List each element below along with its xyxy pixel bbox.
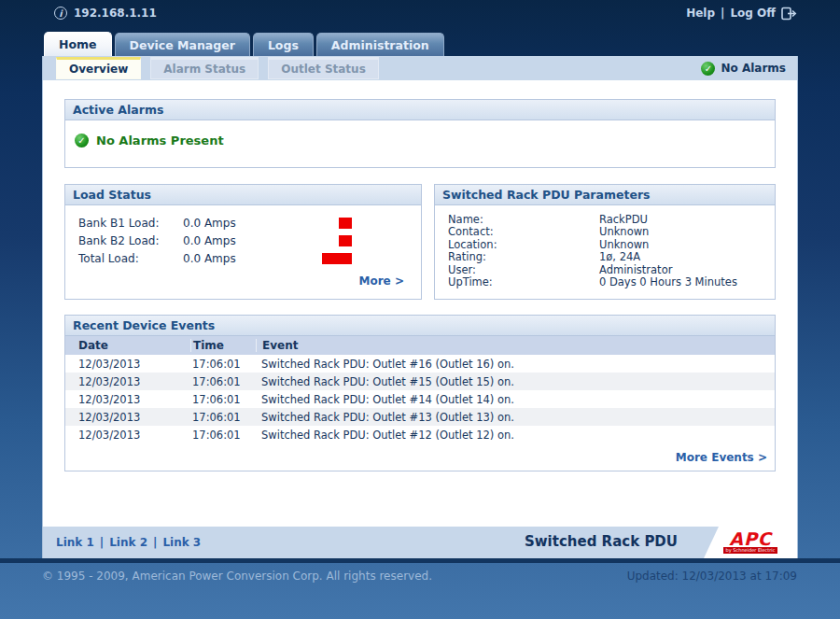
column-header-date: Date	[65, 339, 190, 352]
param-row-uptime: UpTime: 0 Days 0 Hours 3 Minutes	[448, 276, 767, 289]
table-row: 12/03/2013 17:06:01 Switched Rack PDU: O…	[65, 355, 775, 373]
section-title: Recent Device Events	[65, 316, 775, 336]
table-row: 12/03/2013 17:06:01 Switched Rack PDU: O…	[65, 408, 775, 426]
column-header-event: Event	[256, 339, 775, 352]
load-body: Bank B1 Load: 0.0 Amps Bank B2 Load: 0.0…	[65, 205, 421, 288]
event-time: 17:06:01	[190, 411, 256, 424]
tab-logs[interactable]: Logs	[253, 33, 314, 56]
copyright-text: © 1995 - 2009, American Power Conversion…	[42, 570, 432, 583]
event-text: Switched Rack PDU: Outlet #14 (Outlet 14…	[256, 393, 775, 406]
alarm-indicator: ✓ No Alarms	[701, 56, 797, 80]
subtab-overview[interactable]: Overview	[56, 57, 141, 79]
load-more-row: More >	[78, 271, 413, 288]
param-row-rating: Rating: 1ø, 24A	[448, 251, 767, 264]
events-more-row: More Events >	[65, 443, 775, 471]
panel-footer: Link 1 | Link 2 | Link 3 Switched Rack P…	[43, 527, 797, 558]
ip-address: 192.168.1.11	[74, 7, 157, 20]
load-status-section: Load Status Bank B1 Load: 0.0 Amps Bank …	[64, 184, 422, 300]
apc-logo-text: APC	[729, 532, 772, 546]
params-body: Name: RackPDU Contact: Unknown Location:…	[435, 205, 775, 288]
footer-link-2[interactable]: Link 2	[109, 536, 147, 549]
help-link[interactable]: Help	[686, 7, 715, 20]
event-text: Switched Rack PDU: Outlet #12 (Outlet 12…	[256, 429, 775, 442]
check-icon: ✓	[701, 62, 715, 76]
param-value: 0 Days 0 Hours 3 Minutes	[599, 275, 737, 288]
event-text: Switched Rack PDU: Outlet #16 (Outlet 16…	[256, 358, 775, 371]
section-title: Switched Rack PDU Parameters	[435, 185, 775, 205]
footer-links: Link 1 | Link 2 | Link 3	[43, 536, 201, 549]
load-bar-bank-b1	[339, 218, 352, 229]
page: i 192.168.1.11 Help | Log Off Home Devic…	[0, 0, 840, 619]
tab-home[interactable]: Home	[44, 32, 112, 56]
top-bar: i 192.168.1.11 Help | Log Off	[0, 0, 840, 26]
param-label: Name:	[448, 213, 599, 226]
event-date: 12/03/2013	[65, 411, 190, 424]
event-date: 12/03/2013	[65, 358, 190, 371]
param-row-user: User: Administrator	[448, 263, 767, 276]
info-icon: i	[54, 7, 67, 20]
events-column-header: Date Time Event	[65, 336, 775, 355]
alarm-indicator-label: No Alarms	[721, 62, 786, 75]
load-row-bank-b1: Bank B1 Load: 0.0 Amps	[78, 214, 413, 232]
session-controls: Help | Log Off	[686, 7, 797, 21]
more-events-link[interactable]: More Events >	[676, 451, 767, 464]
check-icon: ✓	[75, 134, 89, 148]
updated-timestamp: Updated: 12/03/2013 at 17:09	[627, 570, 797, 583]
tab-device-manager[interactable]: Device Manager	[115, 33, 250, 56]
no-alarms-message: No Alarms Present	[96, 134, 224, 148]
divider: |	[721, 7, 724, 20]
param-label: UpTime:	[448, 275, 599, 288]
alarms-body: ✓ No Alarms Present	[65, 120, 775, 161]
pdu-parameters-section: Switched Rack PDU Parameters Name: RackP…	[434, 184, 776, 300]
param-label: Location:	[448, 238, 599, 251]
event-time: 17:06:01	[190, 429, 256, 442]
load-value: 0.0 Amps	[183, 252, 236, 265]
param-value: Administrator	[599, 263, 672, 276]
event-text: Switched Rack PDU: Outlet #15 (Outlet 15…	[256, 375, 775, 388]
product-name: Switched Rack PDU	[525, 533, 678, 550]
recent-events-section: Recent Device Events Date Time Event 12/…	[64, 315, 776, 471]
logoff-icon[interactable]	[781, 7, 797, 21]
event-time: 17:06:01	[190, 393, 256, 406]
event-date: 12/03/2013	[65, 429, 190, 442]
apc-logo-tagline: by Schneider Electric	[723, 547, 778, 554]
main-tabs: Home Device Manager Logs Administration	[44, 32, 840, 56]
param-value: Unknown	[599, 225, 649, 238]
bottom-row: © 1995 - 2009, American Power Conversion…	[0, 563, 840, 583]
param-value: 1ø, 24A	[599, 250, 640, 263]
divider: |	[100, 536, 104, 549]
load-value: 0.0 Amps	[183, 234, 236, 247]
param-row-location: Location: Unknown	[448, 238, 767, 251]
load-label: Bank B1 Load:	[78, 217, 183, 230]
logoff-link[interactable]: Log Off	[730, 7, 776, 20]
subtab-strip: Overview Alarm Status Outlet Status ✓ No…	[43, 56, 797, 80]
event-time: 17:06:01	[190, 375, 256, 388]
apc-logo: APC by Schneider Electric	[704, 527, 797, 558]
param-label: Rating:	[448, 250, 599, 263]
load-row-total: Total Load: 0.0 Amps	[78, 249, 413, 267]
param-label: User:	[448, 263, 599, 276]
event-text: Switched Rack PDU: Outlet #13 (Outlet 13…	[256, 411, 775, 424]
footer-link-3[interactable]: Link 3	[162, 536, 201, 549]
subtab-alarm-status[interactable]: Alarm Status	[150, 57, 259, 79]
footer-link-1[interactable]: Link 1	[56, 536, 94, 549]
status-row: Load Status Bank B1 Load: 0.0 Amps Bank …	[64, 184, 776, 300]
load-row-bank-b2: Bank B2 Load: 0.0 Amps	[78, 232, 413, 249]
param-value: Unknown	[599, 238, 649, 251]
subtab-outlet-status[interactable]: Outlet Status	[268, 57, 379, 79]
param-row-contact: Contact: Unknown	[448, 226, 767, 239]
load-label: Total Load:	[78, 252, 183, 265]
column-header-time: Time	[190, 339, 256, 352]
tab-administration[interactable]: Administration	[316, 33, 444, 56]
device-address: i 192.168.1.11	[54, 7, 157, 20]
load-value: 0.0 Amps	[183, 217, 236, 230]
load-bar-total	[322, 253, 352, 264]
main-panel: Overview Alarm Status Outlet Status ✓ No…	[42, 56, 798, 558]
active-alarms-section: Active Alarms ✓ No Alarms Present	[64, 99, 776, 168]
event-date: 12/03/2013	[65, 375, 190, 388]
more-link[interactable]: More >	[359, 274, 404, 288]
param-row-name: Name: RackPDU	[448, 213, 767, 226]
event-date: 12/03/2013	[65, 393, 190, 406]
section-title: Active Alarms	[65, 100, 775, 120]
load-label: Bank B2 Load:	[78, 234, 183, 247]
